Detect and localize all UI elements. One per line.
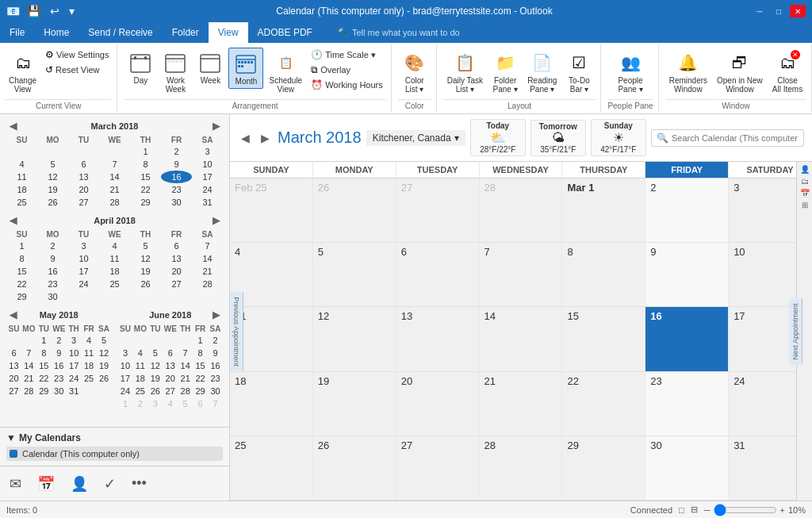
day-cell[interactable]: 19 xyxy=(97,359,112,372)
cell-mar15[interactable]: 15 xyxy=(562,307,645,370)
day-cell[interactable]: 5 xyxy=(130,240,161,252)
cell-mar18[interactable]: 18 xyxy=(230,372,313,436)
day-cell[interactable]: 12 xyxy=(130,252,161,265)
day-cell[interactable]: 2 xyxy=(132,397,147,410)
minimize-button[interactable]: ─ xyxy=(752,5,768,17)
cell-mar14[interactable]: 14 xyxy=(480,307,563,370)
daily-task-list-button[interactable]: 📋 Daily TaskList ▾ xyxy=(443,48,487,96)
reset-view-button[interactable]: ↺ Reset View xyxy=(42,63,112,77)
cell-feb25[interactable]: Feb 25 xyxy=(230,178,313,242)
day-cell[interactable]: 4 xyxy=(132,347,147,359)
cell-mar28[interactable]: 28 xyxy=(480,436,563,500)
tab-home[interactable]: Home xyxy=(34,22,79,43)
day-cell[interactable] xyxy=(68,290,99,303)
cell-mar27[interactable]: 27 xyxy=(396,436,480,500)
day-cell[interactable]: 23 xyxy=(208,372,223,385)
customize-button[interactable]: ▾ xyxy=(67,5,77,17)
tell-me-text[interactable]: Tell me what you want to do xyxy=(352,28,460,37)
day-cell[interactable]: 23 xyxy=(37,278,68,290)
day-cell[interactable]: 24 xyxy=(68,278,99,290)
day-cell[interactable]: 14 xyxy=(192,252,223,265)
day-cell[interactable]: 27 xyxy=(161,278,192,290)
day-cell[interactable]: 30 xyxy=(161,196,192,209)
save-button[interactable]: 💾 xyxy=(25,5,43,17)
day-cell[interactable]: 9 xyxy=(208,347,223,359)
cal-prev-button[interactable]: ◀ xyxy=(238,130,253,146)
calendar-nav-button[interactable]: 📅 xyxy=(37,475,55,493)
day-cell[interactable]: 17 xyxy=(192,171,223,183)
day-cell[interactable]: 7 xyxy=(208,397,223,410)
day-cell[interactable]: 8 xyxy=(130,158,161,171)
day-cell[interactable]: 19 xyxy=(37,183,68,196)
day-cell[interactable]: 12 xyxy=(37,171,68,183)
day-cell[interactable]: 30 xyxy=(52,385,67,397)
day-cell[interactable] xyxy=(97,385,112,397)
cell-mar1[interactable]: Mar 1 xyxy=(562,178,645,242)
people-nav-button[interactable]: 👤 xyxy=(71,475,88,493)
day-cell[interactable] xyxy=(130,290,161,303)
day-cell[interactable]: 11 xyxy=(132,359,147,372)
week-button[interactable]: Week xyxy=(193,48,227,87)
day-cell[interactable]: 22 xyxy=(193,372,208,385)
cell-mar9[interactable]: 9 xyxy=(645,243,729,306)
cell-feb28[interactable]: 28 xyxy=(480,178,563,242)
day-cell[interactable]: 21 xyxy=(21,372,36,385)
day-cell[interactable]: 15 xyxy=(36,359,52,372)
day-cell[interactable] xyxy=(21,334,36,347)
day-cell[interactable]: 21 xyxy=(99,183,130,196)
collapse-icon[interactable]: ▼ xyxy=(6,432,16,443)
day-cell[interactable]: 5 xyxy=(178,397,193,410)
may-prev-button[interactable]: ◀ xyxy=(6,309,20,320)
day-cell[interactable]: 28 xyxy=(99,196,130,209)
day-cell[interactable]: 4 xyxy=(82,334,97,347)
cell-mar22[interactable]: 22 xyxy=(562,372,645,436)
tab-send-receive[interactable]: Send / Receive xyxy=(79,22,162,43)
day-cell[interactable]: 22 xyxy=(36,372,52,385)
cell-mar12[interactable]: 12 xyxy=(313,307,396,370)
day-cell[interactable]: 10 xyxy=(118,359,133,372)
day-cell[interactable]: 8 xyxy=(36,347,52,359)
day-cell[interactable]: 12 xyxy=(97,347,112,359)
cell-mar19[interactable]: 19 xyxy=(313,372,396,436)
day-cell[interactable] xyxy=(6,145,37,158)
day-cell[interactable]: 5 xyxy=(97,334,112,347)
april-prev-button[interactable]: ◀ xyxy=(6,215,20,226)
day-cell[interactable]: 18 xyxy=(82,359,97,372)
day-cell[interactable]: 3 xyxy=(68,240,99,252)
day-cell[interactable]: 28 xyxy=(21,385,36,397)
day-cell[interactable] xyxy=(178,334,193,347)
day-cell[interactable]: 2 xyxy=(37,240,68,252)
tab-adobe-pdf[interactable]: ADOBE PDF xyxy=(248,22,322,43)
cell-mar26[interactable]: 26 xyxy=(313,436,396,500)
day-cell[interactable]: 26 xyxy=(37,196,68,209)
day-cell[interactable]: 7 xyxy=(21,347,36,359)
day-cell[interactable]: 24 xyxy=(67,372,82,385)
time-scale-button[interactable]: 🕐 Time Scale ▾ xyxy=(308,48,386,62)
day-cell[interactable]: 3 xyxy=(118,347,133,359)
day-cell[interactable]: 25 xyxy=(99,278,130,290)
day-cell[interactable] xyxy=(132,334,147,347)
day-cell[interactable]: 2 xyxy=(208,334,223,347)
day-cell[interactable]: 3 xyxy=(67,334,82,347)
day-cell-today[interactable]: 16 xyxy=(161,171,192,183)
day-cell[interactable] xyxy=(99,290,130,303)
day-cell[interactable]: 1 xyxy=(36,334,52,347)
day-cell[interactable]: 6 xyxy=(68,158,99,171)
day-cell[interactable]: 20 xyxy=(163,372,178,385)
day-cell[interactable]: 6 xyxy=(6,347,21,359)
calendar-item-0[interactable]: Calendar (This computer only) xyxy=(6,447,223,461)
day-cell[interactable]: 13 xyxy=(6,359,21,372)
right-icon-1[interactable]: 👤 xyxy=(800,165,810,174)
day-cell[interactable]: 9 xyxy=(52,347,67,359)
day-cell[interactable]: 18 xyxy=(6,183,37,196)
day-cell[interactable]: 13 xyxy=(68,171,99,183)
day-cell[interactable]: 5 xyxy=(37,158,68,171)
day-cell[interactable]: 20 xyxy=(68,183,99,196)
day-cell[interactable] xyxy=(147,334,163,347)
overlay-button[interactable]: ⧉ Overlay xyxy=(308,63,386,77)
day-cell[interactable]: 25 xyxy=(132,385,147,397)
zoom-out-button[interactable]: ─ xyxy=(704,505,710,515)
june-next-button[interactable]: ▶ xyxy=(209,309,223,320)
day-cell[interactable] xyxy=(82,385,97,397)
day-cell[interactable]: 30 xyxy=(37,290,68,303)
